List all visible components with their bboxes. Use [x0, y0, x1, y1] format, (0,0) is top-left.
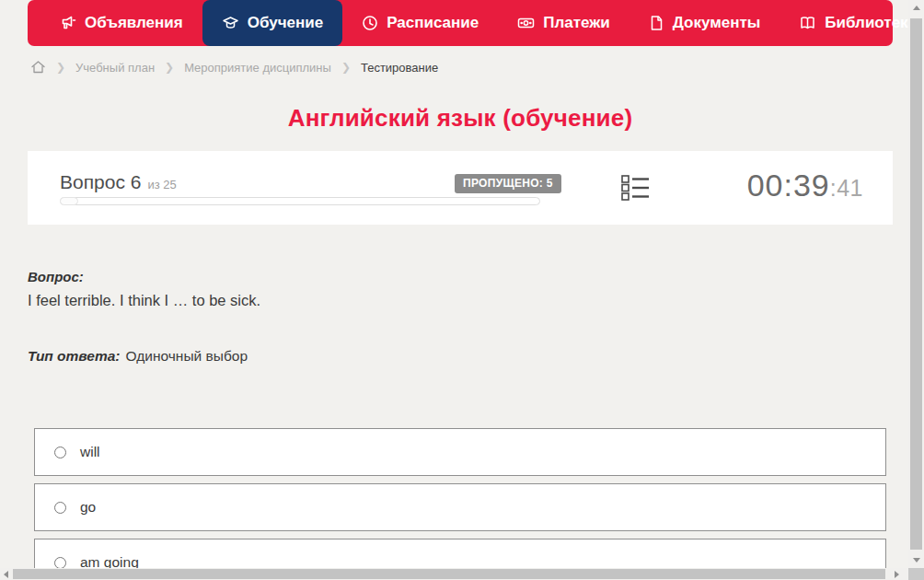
page-title: Английский язык (обучение)	[28, 104, 893, 133]
nav-item-label: Обучение	[248, 14, 323, 32]
breadcrumb-item-curriculum[interactable]: Учебный план	[75, 61, 155, 75]
triangle-down-icon	[913, 558, 920, 563]
horizontal-scrollbar[interactable]	[0, 568, 908, 580]
timer: 00:39:41	[747, 168, 863, 203]
nav-item-label: Объявления	[85, 14, 183, 32]
breadcrumb-item-testing: Тестирование	[361, 61, 438, 75]
answer-option-label: will	[80, 444, 100, 460]
question-total: из 25	[147, 178, 176, 191]
open-book-icon	[799, 15, 816, 31]
nav-item-schedule[interactable]: Расписание	[342, 0, 498, 46]
question-progress-bar	[60, 197, 540, 205]
nav-item-announcements[interactable]: Объявления	[40, 0, 202, 46]
clock-icon	[362, 15, 378, 31]
triangle-left-icon	[4, 571, 8, 578]
breadcrumb-separator-icon: ❯	[341, 61, 351, 74]
answer-type: Тип ответа:Одиночный выбор	[28, 348, 248, 365]
nav-item-label: Документы	[673, 14, 761, 32]
triangle-up-icon	[913, 6, 920, 10]
question-number-label: Вопрос 6	[60, 171, 141, 192]
document-icon	[649, 15, 664, 31]
nav-item-payments[interactable]: Платежи	[498, 0, 629, 46]
question-text: I feel terrible. I think I … to be sick.	[28, 292, 260, 309]
question-list-icon[interactable]	[621, 175, 650, 204]
breadcrumb: ❯ Учебный план ❯ Мероприятие дисциплины …	[30, 58, 438, 76]
home-icon[interactable]	[30, 61, 46, 75]
main-nav: Объявления Обучение Расписание	[28, 0, 893, 46]
question-progress-fill	[60, 197, 78, 205]
question-header-card: Вопрос 6из 25 ПРОПУЩЕНО: 5 00:39:41	[28, 151, 893, 225]
answer-type-label: Тип ответа:	[28, 348, 121, 364]
breadcrumb-separator-icon: ❯	[165, 61, 174, 74]
radio-button[interactable]	[54, 447, 66, 458]
nav-item-library[interactable]: Библиотека	[780, 0, 924, 46]
answer-type-value: Одиночный выбор	[126, 348, 248, 364]
banknote-icon	[517, 15, 535, 31]
triangle-right-icon	[895, 571, 899, 578]
nav-item-label: Расписание	[387, 14, 479, 32]
timer-seconds: :41	[830, 175, 863, 201]
answer-option-label: go	[80, 499, 96, 516]
skipped-badge: ПРОПУЩЕНО: 5	[455, 174, 561, 193]
scrollbar-corner	[908, 568, 924, 580]
question-number: Вопрос 6из 25	[60, 171, 177, 193]
nav-item-label: Платежи	[543, 14, 610, 32]
vertical-scrollbar-thumb[interactable]	[910, 18, 922, 550]
nav-item-documents[interactable]: Документы	[629, 0, 780, 46]
nav-item-label: Библиотека	[825, 14, 917, 32]
timer-minutes: 00:39	[747, 168, 830, 203]
megaphone-icon	[60, 15, 76, 31]
horizontal-scrollbar-thumb[interactable]	[13, 569, 885, 579]
nav-item-learning[interactable]: Обучение	[202, 0, 342, 46]
scroll-left-button[interactable]	[0, 568, 12, 580]
scroll-down-button[interactable]	[908, 552, 924, 568]
scroll-right-button[interactable]	[891, 568, 903, 580]
breadcrumb-item-discipline-event[interactable]: Мероприятие дисциплины	[184, 61, 331, 75]
question-heading: Вопрос:	[28, 269, 84, 284]
vertical-scrollbar[interactable]	[908, 0, 924, 568]
scroll-up-button[interactable]	[908, 0, 924, 16]
breadcrumb-separator-icon: ❯	[56, 61, 65, 74]
radio-button[interactable]	[54, 502, 66, 514]
graduation-cap-icon	[222, 15, 239, 31]
answer-option-go[interactable]: go	[34, 483, 886, 531]
answer-option-will[interactable]: will	[34, 428, 886, 476]
